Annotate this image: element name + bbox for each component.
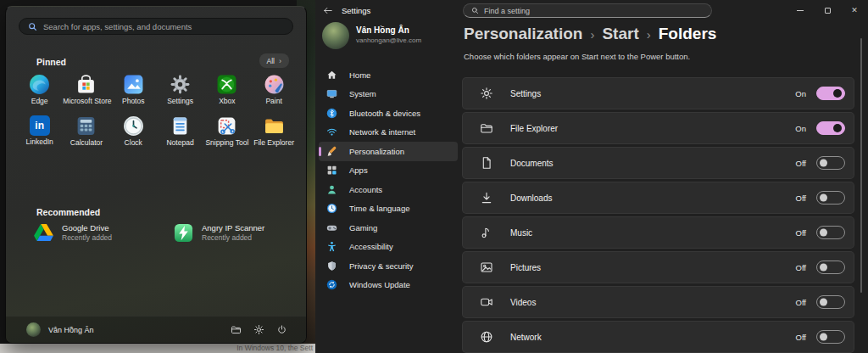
sidebar-item-home[interactable]: Home bbox=[319, 65, 458, 85]
gear-icon bbox=[480, 87, 493, 100]
folder-row-downloads: Downloads Off bbox=[462, 182, 854, 214]
scrollbar[interactable] bbox=[860, 38, 862, 293]
home-icon bbox=[326, 70, 337, 81]
document-icon bbox=[480, 156, 493, 170]
recommended-item-subtitle: Recently added bbox=[62, 233, 112, 242]
person-icon bbox=[326, 184, 337, 195]
sidebar-item-privacy-security[interactable]: Privacy & security bbox=[319, 256, 458, 276]
settings-nav: Home System Bluetooth & devices Network … bbox=[315, 65, 461, 294]
pinned-app-label: Calculator bbox=[63, 138, 109, 147]
pinned-app-linkedin[interactable]: in LinkedIn bbox=[16, 113, 63, 154]
sidebar-item-label: Windows Update bbox=[349, 280, 410, 289]
toggle-state-label: Off bbox=[796, 193, 807, 203]
all-apps-label: All bbox=[267, 57, 275, 65]
pinned-app-paint[interactable]: Paint bbox=[250, 71, 297, 113]
pinned-app-settings[interactable]: Settings bbox=[157, 71, 203, 113]
sidebar-item-apps[interactable]: Apps bbox=[319, 161, 458, 181]
folder-row-file-explorer: File Explorer On bbox=[462, 112, 854, 144]
file-explorer-toggle[interactable] bbox=[816, 121, 845, 135]
bluetooth-icon bbox=[326, 108, 337, 119]
paintbrush-icon bbox=[326, 146, 337, 157]
pinned-app-notepad[interactable]: Notepad bbox=[157, 113, 203, 154]
toggle-state-label: Off bbox=[796, 333, 807, 342]
pinned-app-microsoft-store[interactable]: Microsoft Store bbox=[63, 71, 109, 113]
breadcrumb-personalization[interactable]: Personalization bbox=[464, 25, 582, 43]
search-icon bbox=[28, 22, 37, 31]
sidebar-item-label: System bbox=[349, 89, 376, 98]
recommended-item-angry-ip-scanner[interactable]: Angry IP Scanner Recently added bbox=[174, 222, 264, 243]
toggle-state-label: Off bbox=[796, 298, 807, 307]
user-avatar[interactable] bbox=[26, 322, 41, 337]
pinned-app-label: Edge bbox=[16, 97, 63, 105]
recommended-item-google-drive[interactable]: Google Drive Recently added bbox=[34, 222, 112, 243]
pinned-app-label: Settings bbox=[157, 97, 203, 105]
pinned-app-calculator[interactable]: Calculator bbox=[63, 113, 109, 154]
microsoft-store-icon bbox=[75, 73, 97, 95]
toggle-knob bbox=[833, 124, 842, 132]
start-menu-footer: Vân Hồng Ân bbox=[6, 316, 306, 343]
pictures-toggle[interactable] bbox=[816, 261, 845, 274]
sidebar-item-system[interactable]: System bbox=[319, 85, 458, 104]
account-name: Vân Hồng Ân bbox=[356, 25, 409, 35]
sidebar-item-time-language[interactable]: Time & language bbox=[319, 199, 458, 219]
downloads-toggle[interactable] bbox=[816, 191, 845, 205]
pinned-app-file-explorer[interactable]: File Explorer bbox=[250, 113, 297, 154]
gear-icon bbox=[170, 73, 192, 95]
sidebar-item-gaming[interactable]: Gaming bbox=[319, 218, 458, 238]
breadcrumb-start[interactable]: Start bbox=[602, 25, 638, 43]
power-icon[interactable] bbox=[276, 324, 287, 335]
toggle-state-label: Off bbox=[796, 228, 807, 238]
user-name[interactable]: Vân Hồng Ân bbox=[48, 326, 94, 334]
wifi-icon bbox=[326, 126, 337, 137]
videos-toggle[interactable] bbox=[816, 295, 845, 309]
account-avatar[interactable] bbox=[322, 22, 349, 49]
pinned-app-clock[interactable]: Clock bbox=[110, 113, 157, 154]
pinned-app-label: Snipping Tool bbox=[203, 138, 250, 147]
download-icon bbox=[480, 191, 493, 205]
music-toggle[interactable] bbox=[816, 226, 845, 239]
sidebar-item-label: Personalization bbox=[349, 147, 404, 156]
sidebar-item-accessibility[interactable]: Accessibility bbox=[319, 238, 458, 257]
find-setting-search[interactable] bbox=[463, 3, 712, 18]
folder-toggle-list: Settings On File Explorer On Documents O… bbox=[462, 77, 854, 353]
snipping-tool-icon bbox=[216, 115, 238, 137]
find-setting-input[interactable] bbox=[484, 7, 711, 15]
start-search-input[interactable] bbox=[43, 22, 292, 31]
folder-icon[interactable] bbox=[231, 324, 242, 335]
sidebar-item-personalization[interactable]: Personalization bbox=[319, 142, 458, 161]
folder-row-network: Network Off bbox=[462, 321, 854, 353]
sidebar-item-accounts[interactable]: Accounts bbox=[319, 180, 458, 199]
music-note-icon bbox=[480, 226, 493, 239]
sidebar-item-label: Home bbox=[349, 70, 370, 80]
network-toggle[interactable] bbox=[816, 330, 845, 344]
pinned-app-snipping-tool[interactable]: Snipping Tool bbox=[203, 113, 250, 154]
clock-icon bbox=[326, 203, 337, 214]
search-icon bbox=[471, 7, 479, 14]
settings-toggle[interactable] bbox=[816, 87, 845, 100]
all-apps-button[interactable]: All › bbox=[259, 53, 289, 68]
system-icon bbox=[326, 88, 337, 99]
gear-icon[interactable] bbox=[253, 324, 264, 335]
sidebar-item-network-internet[interactable]: Network & internet bbox=[319, 123, 458, 143]
breadcrumb-folders: Folders bbox=[659, 25, 717, 43]
recommended-item-name: Google Drive bbox=[62, 223, 112, 233]
pinned-app-xbox[interactable]: Xbox bbox=[203, 71, 250, 113]
gamepad-icon bbox=[326, 222, 337, 233]
page-description: Choose which folders appear on Start nex… bbox=[464, 52, 690, 61]
folder-icon bbox=[480, 121, 493, 135]
start-search-bar[interactable] bbox=[19, 18, 293, 35]
documents-toggle[interactable] bbox=[816, 156, 845, 170]
back-button[interactable] bbox=[322, 5, 334, 16]
notepad-icon bbox=[170, 115, 192, 137]
start-menu: Pinned All › Edge Microsoft Store bbox=[5, 6, 307, 344]
pinned-app-label: LinkedIn bbox=[16, 137, 63, 146]
clock-icon bbox=[122, 115, 144, 137]
sidebar-item-label: Time & language bbox=[349, 204, 409, 213]
sidebar-item-bluetooth-devices[interactable]: Bluetooth & devices bbox=[319, 104, 458, 123]
pinned-app-edge[interactable]: Edge bbox=[16, 71, 63, 113]
pinned-app-label: File Explorer bbox=[250, 138, 297, 147]
pinned-app-photos[interactable]: Photos bbox=[110, 71, 157, 113]
sidebar-item-windows-update[interactable]: Windows Update bbox=[319, 276, 458, 295]
folder-row-music: Music Off bbox=[462, 216, 854, 249]
toggle-state-label: On bbox=[795, 89, 806, 98]
